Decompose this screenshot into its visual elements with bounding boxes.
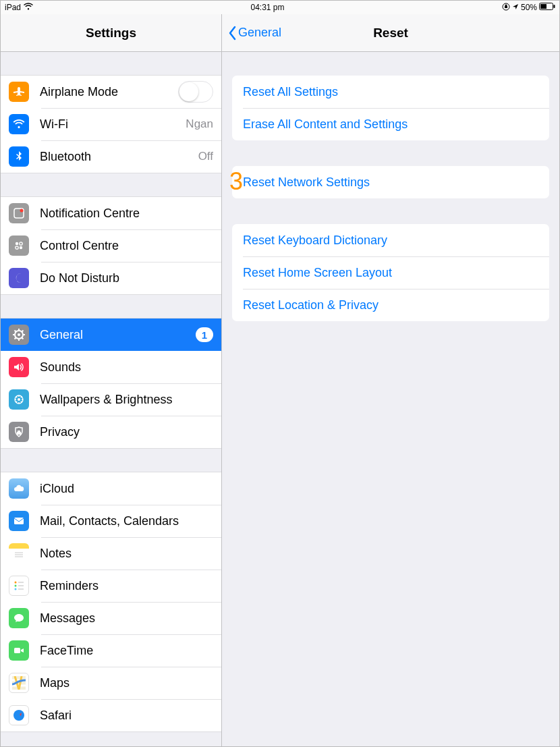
- svg-point-24: [15, 399, 16, 400]
- privacy-icon: [9, 422, 29, 442]
- sidebar-header: Settings: [1, 14, 221, 52]
- reset-keyboard-dictionary-button[interactable]: Reset Keyboard Dictionary: [232, 224, 549, 256]
- svg-point-8: [16, 246, 18, 249]
- detail-header: General Reset: [222, 14, 559, 52]
- row-label: Reset All Settings: [243, 85, 338, 99]
- airplane-icon: [9, 82, 29, 102]
- row-label: Notification Centre: [40, 206, 213, 221]
- reset-group-2: Reset Network Settings: [232, 166, 549, 198]
- row-label: Do Not Disturb: [40, 271, 213, 285]
- device-name: iPad: [5, 3, 21, 12]
- safari-icon: [9, 705, 29, 725]
- row-label: Reset Network Settings: [243, 175, 370, 190]
- row-label: Wi-Fi: [40, 117, 180, 132]
- row-notes[interactable]: Notes: [1, 537, 221, 570]
- row-sounds[interactable]: Sounds: [1, 351, 221, 383]
- svg-point-9: [20, 246, 22, 249]
- wifi-network-name: Ngan: [186, 117, 213, 131]
- row-do-not-disturb[interactable]: Do Not Disturb: [1, 262, 221, 294]
- moon-icon: [9, 268, 29, 288]
- reset-group-1: Reset All Settings Erase All Content and…: [232, 76, 549, 140]
- svg-rect-2: [554, 5, 555, 8]
- row-label: Privacy: [40, 425, 213, 439]
- airplane-toggle[interactable]: [178, 81, 213, 103]
- row-label: Messages: [40, 611, 213, 626]
- svg-point-35: [15, 585, 17, 587]
- wallpaper-icon: [9, 389, 29, 410]
- svg-point-29: [21, 397, 22, 398]
- svg-point-27: [21, 402, 22, 403]
- svg-point-42: [13, 710, 24, 721]
- reset-home-screen-layout-button[interactable]: Reset Home Screen Layout: [232, 256, 549, 289]
- erase-all-content-button[interactable]: Erase All Content and Settings: [232, 108, 549, 140]
- row-general[interactable]: General 1: [1, 319, 221, 351]
- row-label: Maps: [40, 676, 213, 690]
- sidebar-group: General 1 Sounds Wallpapers & Brightness…: [1, 318, 221, 449]
- row-label: Wallpapers & Brightness: [40, 393, 213, 407]
- row-mail[interactable]: Mail, Contacts, Calendars: [1, 505, 221, 537]
- svg-point-28: [16, 402, 18, 403]
- detail-title: Reset: [373, 26, 408, 40]
- bluetooth-icon: [9, 146, 29, 167]
- svg-point-34: [15, 582, 17, 584]
- chevron-left-icon: [227, 26, 237, 40]
- svg-rect-3: [540, 4, 547, 9]
- reset-network-settings-button[interactable]: Reset Network Settings: [232, 166, 549, 198]
- svg-point-22: [18, 395, 20, 397]
- svg-line-18: [15, 338, 16, 339]
- svg-line-19: [22, 331, 24, 332]
- svg-rect-40: [14, 648, 20, 653]
- settings-sidebar: Settings Airplane Mode Wi-Fi Ngan Bluet: [1, 14, 222, 746]
- gear-icon: [9, 325, 29, 345]
- back-button[interactable]: General: [227, 14, 281, 51]
- row-label: Notes: [40, 547, 213, 561]
- sidebar-group: Notification Centre Control Centre Do No…: [1, 196, 221, 295]
- svg-point-26: [16, 397, 18, 398]
- svg-point-21: [18, 398, 20, 401]
- row-icloud[interactable]: iCloud: [1, 472, 221, 505]
- row-airplane-mode[interactable]: Airplane Mode: [1, 76, 221, 108]
- row-label: Control Centre: [40, 239, 213, 253]
- row-label: Sounds: [40, 360, 213, 375]
- sounds-icon: [9, 357, 29, 377]
- row-facetime[interactable]: FaceTime: [1, 634, 221, 667]
- wifi-status-icon: [24, 3, 33, 12]
- sidebar-title: Settings: [86, 26, 136, 40]
- reset-all-settings-button[interactable]: Reset All Settings: [232, 76, 549, 108]
- reset-group-3: Reset Keyboard Dictionary Reset Home Scr…: [232, 224, 549, 321]
- detail-pane: General Reset Reset All Settings Erase A…: [222, 14, 559, 746]
- svg-point-11: [18, 333, 20, 336]
- row-privacy[interactable]: Privacy: [1, 416, 221, 448]
- svg-line-17: [22, 338, 24, 339]
- battery-icon: [539, 3, 555, 12]
- row-label: FaceTime: [40, 644, 213, 658]
- sidebar-group: Airplane Mode Wi-Fi Ngan Bluetooth Off: [1, 75, 221, 173]
- svg-point-6: [16, 242, 18, 245]
- svg-point-23: [18, 402, 20, 404]
- row-label: Reset Home Screen Layout: [243, 266, 392, 280]
- reset-location-privacy-button[interactable]: Reset Location & Privacy: [232, 289, 549, 321]
- row-notification-centre[interactable]: Notification Centre: [1, 197, 221, 229]
- row-label: Reset Location & Privacy: [243, 298, 379, 312]
- row-maps[interactable]: Maps: [1, 667, 221, 699]
- messages-icon: [9, 608, 29, 628]
- row-wifi[interactable]: Wi-Fi Ngan: [1, 108, 221, 140]
- row-label: Bluetooth: [40, 150, 193, 164]
- bluetooth-status: Off: [198, 150, 213, 163]
- row-bluetooth[interactable]: Bluetooth Off: [1, 140, 221, 173]
- row-reminders[interactable]: Reminders: [1, 570, 221, 602]
- mail-icon: [9, 511, 29, 531]
- wifi-icon: [9, 114, 29, 134]
- svg-point-36: [15, 588, 17, 590]
- row-safari[interactable]: Safari: [1, 699, 221, 731]
- row-label: Reminders: [40, 579, 213, 593]
- row-label: Safari: [40, 709, 213, 723]
- general-badge: 1: [196, 327, 213, 342]
- svg-line-16: [15, 331, 16, 332]
- row-control-centre[interactable]: Control Centre: [1, 229, 221, 262]
- row-messages[interactable]: Messages: [1, 602, 221, 634]
- control-centre-icon: [9, 236, 29, 256]
- orientation-lock-icon: [502, 3, 510, 13]
- row-wallpapers[interactable]: Wallpapers & Brightness: [1, 383, 221, 416]
- svg-point-5: [20, 209, 24, 213]
